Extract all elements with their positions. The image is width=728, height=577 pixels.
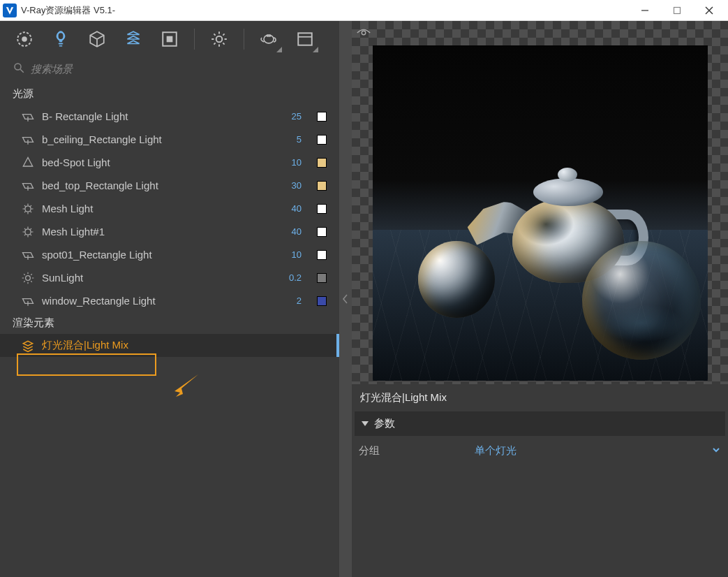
light-type-icon <box>21 133 35 147</box>
chevron-down-icon <box>711 445 721 457</box>
svg-point-22 <box>362 31 366 35</box>
light-name: window_Rectangle Light <box>42 295 264 307</box>
light-name: spot01_Rectangle Light <box>42 249 264 261</box>
light-intensity-value[interactable]: 5 <box>271 134 310 145</box>
svg-rect-8 <box>167 36 173 43</box>
light-type-icon <box>21 110 35 124</box>
light-name: B- Rectangle Light <box>42 110 264 122</box>
light-name: bed_top_Rectangle Light <box>42 180 264 191</box>
selection-indicator <box>336 334 339 357</box>
render-elements-section-label: 渲染元素 <box>0 312 339 334</box>
light-color-swatch[interactable] <box>317 227 327 237</box>
render-window-tool-icon[interactable] <box>292 26 318 52</box>
light-color-swatch[interactable] <box>317 135 327 145</box>
lights-list: B- Rectangle Light25b_ceiling_Rectangle … <box>0 105 339 312</box>
lights-tool-icon[interactable] <box>47 26 74 52</box>
light-intensity-value[interactable]: 30 <box>271 180 310 191</box>
light-intensity-value[interactable]: 40 <box>271 226 310 237</box>
light-name: Mesh Light <box>42 203 264 214</box>
svg-point-12 <box>15 64 21 70</box>
light-intensity-value[interactable]: 10 <box>271 157 310 168</box>
materials-tool-icon[interactable] <box>11 26 38 52</box>
light-type-icon <box>21 271 35 285</box>
light-type-icon <box>21 225 35 239</box>
toolbar-divider <box>194 29 195 50</box>
geometry-tool-icon[interactable] <box>84 26 110 52</box>
render-element-name: 灯光混合|Light Mix <box>42 339 327 352</box>
annotation-arrow-icon <box>170 373 200 400</box>
window-title: V-Ray资源编辑器 V5.1- <box>21 4 629 17</box>
parameters-rollup-header[interactable]: 参数 <box>355 411 725 436</box>
light-row[interactable]: b_ceiling_Rectangle Light5 <box>0 128 339 151</box>
svg-line-13 <box>20 69 24 73</box>
group-label: 分组 <box>359 444 463 458</box>
svg-rect-1 <box>674 7 681 13</box>
light-intensity-value[interactable]: 25 <box>271 111 310 122</box>
collapse-arrow-icon <box>362 421 369 426</box>
light-type-icon <box>21 179 35 193</box>
window-close-button[interactable] <box>693 0 725 21</box>
window-titlebar: V-Ray资源编辑器 V5.1- <box>0 0 728 21</box>
group-dropdown[interactable]: 单个灯光 <box>475 444 721 458</box>
light-type-icon <box>21 202 35 216</box>
light-name: b_ceiling_Rectangle Light <box>42 133 264 145</box>
viewport-eye-icon[interactable] <box>356 25 371 43</box>
light-color-swatch[interactable] <box>317 250 327 260</box>
render-element-row[interactable]: 灯光混合|Light Mix <box>0 334 339 357</box>
light-row[interactable]: SunLight0.2 <box>0 266 339 289</box>
light-color-swatch[interactable] <box>317 112 327 122</box>
svg-point-9 <box>216 36 223 43</box>
render-viewport[interactable] <box>352 21 728 384</box>
light-row[interactable]: Mesh Light#140 <box>0 220 339 243</box>
right-panel: 灯光混合|Light Mix 参数 分组 单个灯光 单个灯光 组实例 图层 灯光… <box>352 21 728 577</box>
group-value: 单个灯光 <box>475 444 517 458</box>
render-teapot-tool-icon[interactable] <box>255 26 282 52</box>
svg-rect-10 <box>298 33 312 45</box>
lights-section-label: 光源 <box>0 83 339 105</box>
light-intensity-value[interactable]: 0.2 <box>271 272 310 283</box>
svg-point-17 <box>25 205 31 211</box>
light-row[interactable]: window_Rectangle Light2 <box>0 289 339 312</box>
window-minimize-button[interactable] <box>629 0 661 21</box>
light-color-swatch[interactable] <box>317 204 327 214</box>
light-color-swatch[interactable] <box>317 158 327 168</box>
settings-tool-icon[interactable] <box>206 26 232 52</box>
light-row[interactable]: bed_top_Rectangle Light30 <box>0 174 339 197</box>
light-color-swatch[interactable] <box>317 273 327 283</box>
right-panel-title: 灯光混合|Light Mix <box>352 384 728 411</box>
light-type-icon <box>21 294 35 308</box>
search-input[interactable] <box>31 63 327 75</box>
light-intensity-value[interactable]: 2 <box>271 295 310 306</box>
toolbar <box>0 21 339 57</box>
svg-point-20 <box>26 275 31 280</box>
render-preview-image <box>373 45 708 381</box>
svg-point-3 <box>22 36 27 42</box>
group-parameter-row: 分组 单个灯光 <box>352 441 728 460</box>
textures-tool-icon[interactable] <box>156 26 183 52</box>
render-elements-tool-icon[interactable] <box>120 26 147 52</box>
layers-icon <box>21 339 35 353</box>
dropdown-indicator-icon <box>313 47 318 52</box>
left-panel: 光源 B- Rectangle Light25b_ceiling_Rectang… <box>0 21 339 577</box>
search-icon <box>13 61 25 76</box>
vray-logo-icon <box>3 3 17 17</box>
svg-point-18 <box>25 228 31 234</box>
search-bar <box>0 57 339 83</box>
light-name: Mesh Light#1 <box>42 226 264 238</box>
light-row[interactable]: spot01_Rectangle Light10 <box>0 243 339 266</box>
light-intensity-value[interactable]: 40 <box>271 203 310 214</box>
light-type-icon <box>21 248 35 262</box>
light-row[interactable]: bed-Spot Light10 <box>0 151 339 174</box>
parameters-label: 参数 <box>374 417 395 430</box>
light-color-swatch[interactable] <box>317 181 327 191</box>
light-row[interactable]: B- Rectangle Light25 <box>0 105 339 128</box>
toolbar-divider <box>244 29 244 50</box>
light-row[interactable]: Mesh Light40 <box>0 197 339 220</box>
light-name: SunLight <box>42 272 264 284</box>
window-maximize-button[interactable] <box>661 0 693 21</box>
light-color-swatch[interactable] <box>317 296 327 306</box>
light-type-icon <box>21 156 35 170</box>
dropdown-indicator-icon <box>276 47 282 52</box>
light-intensity-value[interactable]: 10 <box>271 249 310 260</box>
panel-splitter[interactable] <box>339 21 352 577</box>
